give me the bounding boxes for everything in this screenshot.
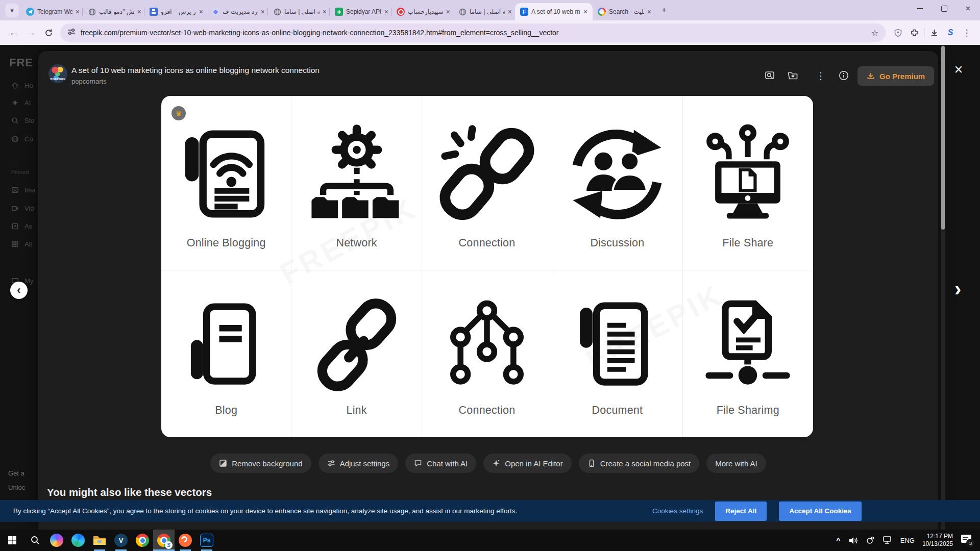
sidebar-item-stock[interactable]: Sto (11, 117, 35, 124)
discussion-icon (565, 121, 670, 227)
cookies-settings-link[interactable]: Cookies settings (652, 507, 703, 515)
clock-date: 10/13/2025 (922, 540, 953, 548)
tab-freepik-active[interactable]: F A set of 10 web m × (515, 3, 593, 20)
cell-file-share[interactable]: File Share (683, 96, 813, 270)
cell-connection-broken[interactable]: Connection (422, 96, 552, 270)
adjust-settings-button[interactable]: Adjust settings (318, 454, 399, 473)
modal-close-icon[interactable]: × (950, 61, 967, 78)
freepik-logo[interactable]: FRE (9, 56, 33, 69)
taskbar-file-explorer[interactable] (89, 530, 110, 551)
tab-dashboard[interactable]: داشبورد مدیریت ف × (206, 3, 268, 20)
downloads-icon[interactable] (926, 24, 942, 41)
sidebar-item-images[interactable]: Ima (11, 186, 36, 194)
address-bar[interactable]: freepik.com/premium-vector/set-10-web-ma… (60, 23, 886, 42)
vector-preview-card[interactable]: FREEPIK FREEPIK ♛ (161, 96, 813, 437)
tab-close-icon[interactable]: × (199, 8, 203, 15)
language-indicator[interactable]: ENG (900, 537, 915, 544)
taskbar-postman[interactable] (175, 530, 196, 551)
tab-google-search[interactable]: Search - ترنسلیت × (593, 3, 654, 20)
cell-document[interactable]: Document (552, 270, 682, 437)
cell-network[interactable]: Network (291, 96, 422, 270)
cell-connection-tree[interactable]: Connection (422, 270, 552, 437)
remove-background-button[interactable]: Remove background (210, 454, 311, 473)
sidebar-item-home[interactable]: Ho (11, 82, 33, 89)
tab-close-icon[interactable]: × (323, 8, 327, 15)
cell-online-blogging[interactable]: Online Blogging (161, 96, 291, 270)
tab-sepidyar-api[interactable]: Sepidyar API - Go × (330, 3, 391, 20)
sidebar-item-all[interactable]: All (11, 240, 32, 248)
window-close-button[interactable]: × (956, 0, 980, 17)
accept-all-cookies-button[interactable]: Accept All Cookies (779, 502, 862, 521)
tab-telegram[interactable]: Telegram Web × (21, 3, 83, 20)
author-avatar[interactable]: POPCORN (48, 64, 67, 83)
reject-all-button[interactable]: Reject All (715, 502, 767, 521)
sidebar-item-co[interactable]: Co (11, 135, 33, 143)
maximize-button[interactable] (932, 0, 956, 17)
extensions-icon[interactable] (906, 24, 922, 41)
reload-button[interactable] (40, 24, 57, 41)
taskbar-chrome-profile[interactable]: S (153, 530, 175, 551)
notification-center[interactable]: 3 (961, 534, 974, 547)
vector-label: Link (346, 404, 366, 417)
tab-close-icon[interactable]: × (261, 8, 265, 15)
notification-count-badge: 3 (966, 539, 975, 547)
site-info-icon[interactable] (67, 28, 76, 38)
taskbar-chrome[interactable] (132, 530, 153, 551)
sidebar-item-videos[interactable]: Vid (11, 205, 34, 212)
taskbar-clock[interactable]: 12:17 PM 10/13/2025 (922, 533, 953, 548)
new-tab-button[interactable]: + (657, 4, 671, 17)
network-icon[interactable] (883, 536, 893, 545)
next-vector-button[interactable]: › (954, 279, 961, 299)
chat-with-ai-button[interactable]: Chat with AI (405, 454, 476, 473)
info-icon[interactable] (835, 66, 853, 85)
taskbar-edge[interactable] (67, 530, 89, 551)
privacy-shield-icon[interactable] (890, 24, 906, 41)
cell-blog[interactable]: Blog (161, 270, 291, 437)
postman-icon (179, 534, 192, 547)
tab-edit-demo[interactable]: ویرایش "دمو قالب × (83, 3, 144, 20)
taskbar-photoshop[interactable]: Ps (196, 530, 217, 551)
sidebar-item-assets[interactable]: As (11, 222, 32, 230)
start-button[interactable] (0, 530, 24, 551)
go-premium-button[interactable]: Go Premium (857, 66, 934, 86)
open-in-ai-editor-button[interactable]: Open in AI Editor (483, 454, 571, 473)
vector-label: Connection (459, 404, 516, 417)
taskbar-v-app[interactable]: V (110, 530, 132, 551)
more-with-ai-button[interactable]: More with AI (706, 454, 766, 473)
image-search-icon[interactable] (761, 66, 779, 85)
tab-close-icon[interactable]: × (508, 8, 512, 15)
bookmark-star-icon[interactable]: ☆ (871, 28, 878, 38)
more-options-icon[interactable]: ⋮ (812, 66, 830, 85)
create-social-post-button[interactable]: Create a social media post (579, 454, 700, 473)
tab-close-icon[interactable]: × (137, 8, 141, 15)
tab-close-icon[interactable]: × (583, 8, 587, 15)
minimize-button[interactable] (908, 0, 932, 17)
browser-menu-icon[interactable]: ⋮ (959, 24, 975, 41)
tab-close-icon[interactable]: × (446, 8, 450, 15)
tab-sepidyar-press[interactable]: سپیدیار پرس – افزو × (144, 3, 206, 20)
taskbar-copilot[interactable] (46, 530, 67, 551)
previous-vector-button[interactable]: ‹ (10, 282, 28, 299)
tray-expand-icon[interactable]: ^ (836, 536, 841, 545)
vector-author[interactable]: popcornarts (71, 78, 107, 85)
forward-button[interactable]: → (22, 24, 40, 41)
cell-link[interactable]: Link (291, 270, 422, 437)
save-collection-icon[interactable] (783, 66, 802, 85)
tab-home-sama-2[interactable]: صفحه اصلی | ساما × (453, 3, 515, 20)
volume-icon[interactable] (848, 536, 858, 545)
cell-file-sharing[interactable]: File Sharimg (683, 270, 813, 437)
tab-home-sama-1[interactable]: صفحه اصلی | ساما × (268, 3, 330, 20)
home-icon (11, 82, 19, 89)
s-extension-icon[interactable]: S (942, 24, 959, 41)
sidebar-item-ai[interactable]: AI (11, 99, 31, 107)
tab-sepidyar-company[interactable]: شرکت سپیدیارحساب × (391, 3, 453, 20)
tray-app-icon[interactable] (866, 536, 875, 545)
tab-search-button[interactable]: ▾ (5, 4, 19, 17)
cell-discussion[interactable]: Discussion (552, 96, 682, 270)
tab-close-icon[interactable]: × (76, 8, 80, 15)
tab-close-icon[interactable]: × (647, 8, 651, 15)
taskbar-search[interactable] (24, 530, 46, 551)
back-button[interactable]: ← (5, 24, 22, 41)
scrollbar-thumb[interactable] (941, 46, 945, 230)
tab-close-icon[interactable]: × (384, 8, 388, 15)
